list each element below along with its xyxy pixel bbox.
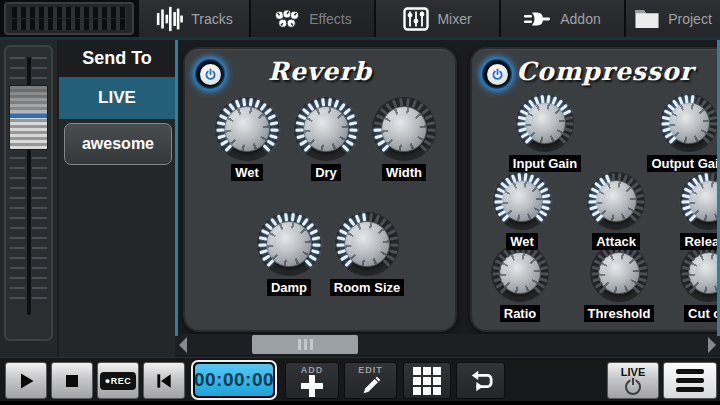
- mixer-sliders-icon: [403, 7, 429, 31]
- knobs-icon: [273, 9, 301, 29]
- rec-icon: ●REC: [100, 372, 136, 390]
- knob-label: Attack: [592, 233, 640, 250]
- knob-label: Damp: [267, 279, 311, 296]
- go-to-start-button[interactable]: [143, 362, 185, 399]
- sidebar: Send To LIVE awesome: [0, 40, 175, 357]
- transport-bar: ●REC 00:00:00 ADD EDIT LIVE: [0, 357, 720, 401]
- knob-output-gain[interactable]: Output Gain: [647, 94, 720, 172]
- live-mode-button[interactable]: LIVE: [607, 362, 659, 399]
- fader-handle[interactable]: [9, 85, 48, 150]
- logo-grille-icon: [12, 19, 126, 30]
- knob-label: Release: [680, 233, 720, 250]
- stop-icon: [63, 372, 81, 390]
- send-to-header: Send To: [59, 40, 175, 77]
- play-icon: [16, 371, 36, 391]
- volume-fader[interactable]: [4, 45, 53, 341]
- app-logo: [4, 2, 134, 35]
- knob-dial: [335, 212, 399, 276]
- tab-label: Project: [668, 11, 712, 27]
- top-bar: Tracks Effects Mixer: [0, 0, 720, 37]
- send-to-menu: Send To LIVE awesome: [57, 40, 175, 357]
- tab-addon[interactable]: Addon: [501, 0, 624, 37]
- knob-damp[interactable]: Damp: [247, 212, 331, 296]
- grid-view-button[interactable]: [403, 362, 451, 399]
- stop-button[interactable]: [51, 362, 93, 399]
- knob-label: Output Gain: [647, 155, 720, 172]
- fader-handle-line: [10, 114, 47, 118]
- tab-tracks[interactable]: Tracks: [139, 0, 249, 37]
- effect-panel-reverb: Reverb Wet Dry Width Damp Room Size: [183, 47, 457, 332]
- scroll-right-arrow-icon[interactable]: [708, 337, 716, 353]
- knob-dial: [590, 244, 648, 302]
- knob-dial: [516, 94, 574, 152]
- effects-scrollbar[interactable]: [175, 334, 720, 355]
- knob-threshold[interactable]: Threshold: [577, 244, 661, 322]
- record-button[interactable]: ●REC: [97, 362, 139, 399]
- panel-title: Compressor: [472, 57, 720, 86]
- effects-area: Reverb Wet Dry Width Damp Room Size C: [175, 40, 720, 357]
- tab-label: Addon: [560, 11, 600, 27]
- knob-attack[interactable]: Attack: [574, 172, 658, 250]
- scroll-edge-glow-left: [175, 40, 178, 336]
- folder-icon: [634, 8, 660, 29]
- tab-label: Tracks: [191, 11, 232, 27]
- live-label: LIVE: [621, 366, 645, 378]
- power-icon: [625, 379, 641, 395]
- knob-wet[interactable]: Wet: [205, 97, 289, 181]
- knob-ratio[interactable]: Ratio: [478, 244, 562, 322]
- knob-label: Room Size: [330, 279, 404, 296]
- knob-dry[interactable]: Dry: [284, 97, 368, 181]
- knob-label: Threshold: [584, 305, 655, 322]
- edit-label: EDIT: [358, 365, 383, 375]
- knob-label: Wet: [231, 164, 263, 181]
- loop-button[interactable]: [456, 362, 505, 399]
- grid-icon: [413, 367, 441, 395]
- menu-item-awesome[interactable]: awesome: [64, 123, 172, 165]
- plus-icon: [301, 375, 323, 397]
- knob-dial: [493, 172, 551, 230]
- pencil-icon: [360, 375, 382, 397]
- scroll-left-arrow-icon[interactable]: [179, 337, 187, 353]
- menu-item-live[interactable]: LIVE: [59, 77, 175, 119]
- plug-icon: [524, 9, 552, 29]
- skip-back-icon: [154, 371, 174, 391]
- time-value: 00:00:00: [195, 364, 273, 396]
- knob-label: Ratio: [500, 305, 541, 322]
- tab-label: Effects: [309, 11, 352, 27]
- knob-dial: [294, 97, 358, 161]
- menu-button[interactable]: [663, 362, 717, 399]
- panel-title: Reverb: [185, 57, 455, 86]
- knob-label: Input Gain: [509, 155, 581, 172]
- time-display[interactable]: 00:00:00: [191, 360, 277, 400]
- tab-label: Mixer: [437, 11, 471, 27]
- knob-dial: [257, 212, 321, 276]
- bottom-edge: [0, 401, 720, 405]
- play-button[interactable]: [5, 362, 47, 399]
- knob-dial: [660, 94, 718, 152]
- knob-dial: [215, 97, 279, 161]
- knob-dial: [372, 97, 436, 161]
- knob-comp-wet[interactable]: Wet: [480, 172, 564, 250]
- knob-room-size[interactable]: Room Size: [325, 212, 409, 296]
- effect-panel-compressor: Compressor Input Gain Output Gain Wet At…: [470, 47, 720, 332]
- hamburger-icon: [676, 369, 704, 392]
- knob-label: Wet: [506, 233, 538, 250]
- scrollbar-thumb[interactable]: [252, 335, 358, 354]
- logo-grille-icon: [12, 7, 126, 18]
- knob-release[interactable]: Release: [667, 172, 720, 250]
- knob-dial: [680, 172, 720, 230]
- knob-cut-off[interactable]: Cut off: [667, 244, 720, 322]
- knob-dial: [680, 244, 720, 302]
- knob-label: Cut off: [684, 305, 720, 322]
- knob-width[interactable]: Width: [362, 97, 446, 181]
- tab-mixer[interactable]: Mixer: [376, 0, 499, 37]
- add-button[interactable]: ADD: [285, 362, 339, 399]
- edit-button[interactable]: EDIT: [344, 362, 397, 399]
- tab-project[interactable]: Project: [626, 0, 720, 37]
- tab-effects[interactable]: Effects: [251, 0, 374, 37]
- knob-dial: [587, 172, 645, 230]
- knob-label: Dry: [311, 164, 341, 181]
- knob-dial: [491, 244, 549, 302]
- knob-input-gain[interactable]: Input Gain: [503, 94, 587, 172]
- waveform-icon: [155, 6, 183, 32]
